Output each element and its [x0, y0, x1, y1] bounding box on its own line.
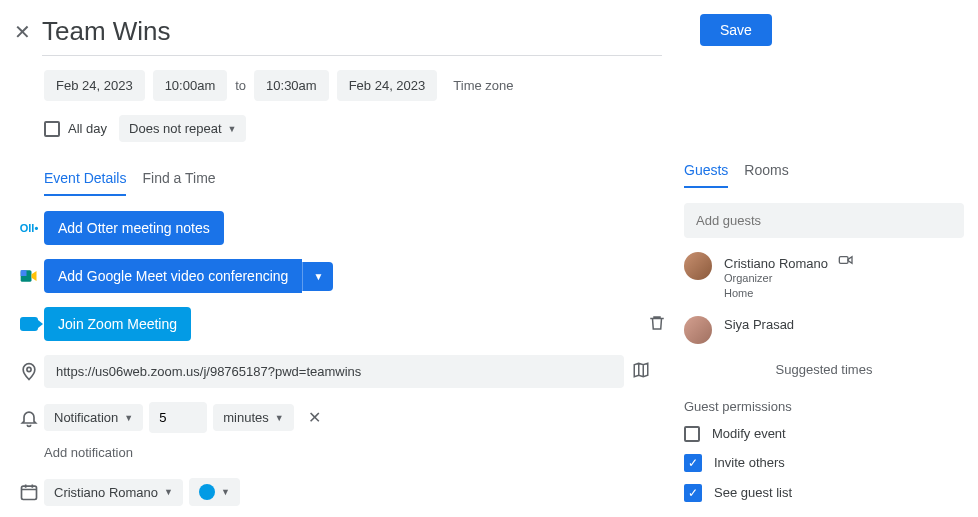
guest-name: Siya Prasad — [724, 317, 794, 332]
tab-rooms[interactable]: Rooms — [744, 162, 788, 188]
close-icon[interactable]: ✕ — [14, 20, 42, 44]
start-time[interactable]: 10:00am — [153, 70, 228, 101]
svg-rect-3 — [22, 486, 37, 499]
add-notification-link[interactable]: Add notification — [44, 445, 666, 460]
otter-icon: OII• — [20, 222, 39, 234]
calendar-owner-dropdown[interactable]: Cristiano Romano▼ — [44, 479, 183, 506]
svg-rect-1 — [21, 270, 27, 276]
guest-row[interactable]: Cristiano Romano Organizer Home — [684, 252, 964, 302]
notification-unit-dropdown[interactable]: minutes▼ — [213, 404, 293, 431]
notification-value-input[interactable] — [149, 402, 207, 433]
suggested-times-link[interactable]: Suggested times — [684, 362, 964, 377]
location-icon — [19, 362, 39, 382]
see-guest-list-checkbox[interactable]: ✓ — [684, 484, 702, 502]
join-zoom-button[interactable]: Join Zoom Meeting — [44, 307, 191, 341]
bell-icon — [19, 408, 39, 428]
guest-role: Organizer — [724, 271, 854, 286]
meet-icon — [19, 266, 39, 286]
add-meet-button[interactable]: Add Google Meet video conferencing — [44, 259, 302, 293]
calendar-icon — [19, 482, 39, 502]
end-time[interactable]: 10:30am — [254, 70, 329, 101]
meet-dropdown-button[interactable]: ▼ — [302, 262, 333, 291]
repeat-dropdown[interactable]: Does not repeat▼ — [119, 115, 246, 142]
end-date[interactable]: Feb 24, 2023 — [337, 70, 438, 101]
zoom-icon — [20, 317, 38, 331]
location-input[interactable] — [44, 355, 624, 388]
avatar — [684, 252, 712, 280]
add-otter-button[interactable]: Add Otter meeting notes — [44, 211, 224, 245]
guest-row[interactable]: Siya Prasad — [684, 316, 964, 344]
modify-event-checkbox[interactable] — [684, 426, 700, 442]
all-day-label: All day — [68, 121, 107, 136]
modify-event-label: Modify event — [712, 426, 786, 441]
event-title-input[interactable] — [42, 12, 662, 56]
permissions-title: Guest permissions — [684, 399, 964, 414]
avatar — [684, 316, 712, 344]
guest-name: Cristiano Romano — [724, 256, 828, 271]
notification-type-dropdown[interactable]: Notification▼ — [44, 404, 143, 431]
invite-others-checkbox[interactable]: ✓ — [684, 454, 702, 472]
tab-guests[interactable]: Guests — [684, 162, 728, 188]
tab-find-time[interactable]: Find a Time — [142, 170, 215, 196]
invite-others-label: Invite others — [714, 455, 785, 470]
guest-location: Home — [724, 286, 854, 301]
map-icon[interactable] — [632, 361, 650, 382]
video-icon — [838, 255, 854, 271]
remove-notification-icon[interactable]: ✕ — [308, 408, 321, 427]
delete-icon[interactable] — [648, 314, 666, 335]
see-guest-list-label: See guest list — [714, 485, 792, 500]
color-dropdown[interactable]: ▼ — [189, 478, 240, 506]
timezone-link[interactable]: Time zone — [453, 78, 513, 93]
to-label: to — [235, 78, 246, 93]
add-guests-input[interactable] — [684, 203, 964, 238]
save-button[interactable]: Save — [700, 14, 772, 46]
tab-event-details[interactable]: Event Details — [44, 170, 126, 196]
start-date[interactable]: Feb 24, 2023 — [44, 70, 145, 101]
svg-point-2 — [27, 367, 31, 371]
all-day-checkbox[interactable] — [44, 121, 60, 137]
svg-rect-5 — [839, 257, 848, 264]
